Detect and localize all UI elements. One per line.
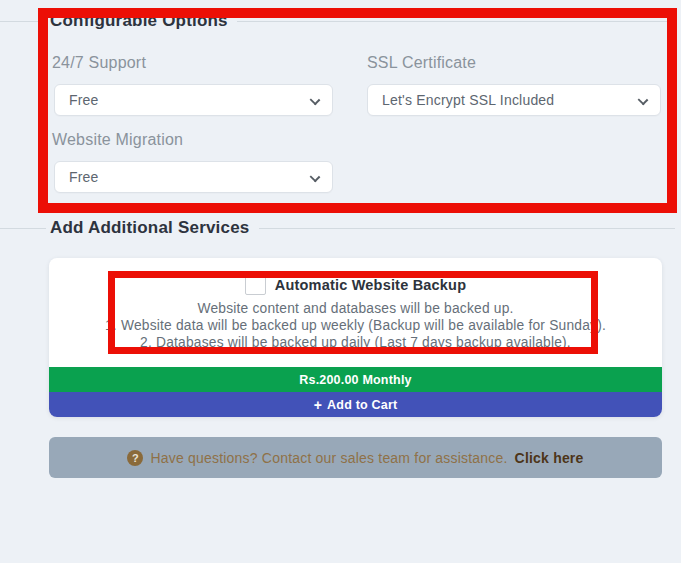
chevron-down-icon <box>310 95 321 106</box>
backup-description-line: 1. Website data will be backed up weekly… <box>49 317 662 334</box>
backup-checkbox-row: Automatic Website Backup <box>49 274 662 295</box>
ssl-certificate-label: SSL Certificate <box>367 54 476 72</box>
price-label: Rs.200.00 Monthly <box>299 373 411 387</box>
website-migration-label: Website Migration <box>52 131 183 149</box>
ssl-select-value: Let's Encrypt SSL Included <box>382 92 554 108</box>
backup-checkbox[interactable] <box>245 274 266 295</box>
price-bar: Rs.200.00 Monthly <box>49 367 662 392</box>
chevron-down-icon <box>638 95 649 106</box>
question-icon: ? <box>127 450 143 466</box>
page: Configurable Options 24/7 Support Free S… <box>0 0 681 563</box>
support-select-value: Free <box>69 92 99 108</box>
migration-select-value: Free <box>69 169 99 185</box>
ssl-certificate-select[interactable]: Let's Encrypt SSL Included <box>367 84 661 116</box>
backup-description-line: 2. Databases will be backed up daily (La… <box>49 334 662 351</box>
plus-icon: + <box>314 397 322 413</box>
click-here-link[interactable]: Click here <box>515 450 584 466</box>
support-select[interactable]: Free <box>54 84 333 116</box>
backup-description: Website content and databases will be ba… <box>49 300 662 351</box>
add-to-cart-label: Add to Cart <box>327 398 397 412</box>
chevron-down-icon <box>310 172 321 183</box>
support-label: 24/7 Support <box>52 54 146 72</box>
help-text: Have questions? Contact our sales team f… <box>150 450 507 466</box>
backup-description-line: Website content and databases will be ba… <box>49 300 662 317</box>
additional-services-title: Add Additional Services <box>46 218 259 238</box>
sales-help-strip: ? Have questions? Contact our sales team… <box>49 437 662 478</box>
configurable-options-title: Configurable Options <box>46 11 237 31</box>
website-migration-select[interactable]: Free <box>54 161 333 193</box>
add-to-cart-button[interactable]: + Add to Cart <box>49 392 662 417</box>
backup-checkbox-label[interactable]: Automatic Website Backup <box>275 277 466 293</box>
